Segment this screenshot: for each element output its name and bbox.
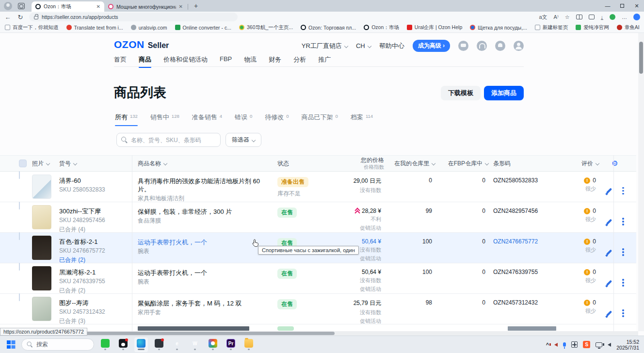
volume-icon[interactable] bbox=[608, 343, 611, 347]
help-center-link[interactable]: 帮助中心 bbox=[379, 42, 404, 50]
bookmark-item[interactable]: Ozon：市场 bbox=[364, 24, 399, 31]
bookmark-item[interactable]: Translate text from i... bbox=[66, 25, 123, 31]
url-text[interactable]: https://seller.ozon.ru/app/products bbox=[42, 14, 118, 20]
display-cast-icon[interactable] bbox=[596, 342, 602, 347]
bookmark-item[interactable]: Online converter - c... bbox=[175, 25, 231, 31]
row-checkbox[interactable] bbox=[19, 171, 20, 179]
taskbar-search[interactable]: 搜索 bbox=[21, 338, 94, 351]
taskbar-app-qq[interactable] bbox=[116, 337, 130, 352]
downloads-icon[interactable]: ↓ bbox=[601, 15, 604, 20]
filter-tab-errors[interactable]: 错误0 bbox=[235, 113, 252, 126]
table-row[interactable]: 图岁--寿涛SKU 2457312432已合并 (3) 聚氨酯涂层，家务手套，M… bbox=[0, 294, 636, 324]
input-method-icon[interactable] bbox=[571, 341, 578, 348]
col-photo[interactable]: 照片 bbox=[32, 160, 59, 168]
product-image[interactable] bbox=[32, 236, 51, 260]
notifications-bell-icon[interactable] bbox=[495, 41, 505, 51]
split-screen-icon[interactable] bbox=[576, 15, 582, 19]
taskbar-app-wps[interactable] bbox=[188, 337, 202, 352]
promo-note[interactable]: 促销活动 bbox=[340, 225, 381, 232]
filter-tab-unlisted[interactable]: 商品已下架0 bbox=[302, 113, 338, 126]
window-close-button[interactable]: ✕ bbox=[629, 3, 644, 9]
language-selector[interactable]: CH bbox=[356, 42, 371, 49]
promo-note[interactable]: 促销活动 bbox=[340, 286, 381, 293]
vertical-scrollbar-thumb[interactable] bbox=[639, 42, 643, 74]
taskbar-app-360[interactable] bbox=[152, 337, 166, 352]
edit-pencil-icon[interactable] bbox=[606, 219, 612, 226]
bookmark-item[interactable]: Ozon: Торговая пл... bbox=[301, 25, 356, 31]
vertical-scrollbar[interactable] bbox=[638, 33, 644, 331]
table-row[interactable]: 黑濑湾标-2-1SKU 2476339755已合并 (2) 运动手表带打火机，一… bbox=[0, 263, 636, 294]
taskbar-app-browser[interactable] bbox=[206, 337, 220, 352]
tab-close-icon[interactable]: ✕ bbox=[179, 4, 183, 9]
col-name[interactable]: 商品名称 bbox=[132, 160, 277, 168]
tray-expand-icon[interactable]: ^ bbox=[546, 342, 549, 348]
workspaces-icon[interactable] bbox=[18, 3, 25, 9]
product-image[interactable] bbox=[32, 266, 51, 290]
download-template-button[interactable]: 下载模板 bbox=[441, 86, 481, 100]
favorite-star-icon[interactable]: ☆ bbox=[565, 14, 570, 20]
select-all-checkbox[interactable] bbox=[19, 160, 27, 167]
search-input[interactable] bbox=[131, 137, 216, 144]
tab-ozon-market[interactable]: Ozon：市场 ✕ bbox=[32, 1, 104, 12]
chat-icon[interactable] bbox=[458, 41, 468, 51]
bookmark-item[interactable]: 章鱼AI bbox=[617, 24, 640, 31]
row-checkbox[interactable] bbox=[19, 232, 20, 240]
address-bar[interactable]: https://seller.ozon.ru/app/products bbox=[29, 13, 238, 21]
product-barcode-link[interactable]: OZN2476675772 bbox=[488, 233, 556, 264]
become-premium-button[interactable]: 成为高级 bbox=[413, 40, 450, 52]
taskbar-app-edge[interactable] bbox=[134, 337, 148, 352]
filter-tab-selling[interactable]: 销售中128 bbox=[150, 113, 179, 126]
table-settings-gear-icon[interactable]: ⚙ bbox=[612, 159, 618, 168]
extension-icon[interactable] bbox=[610, 14, 615, 20]
new-tab-button[interactable]: + bbox=[194, 2, 198, 10]
browser-profile-icon[interactable] bbox=[4, 2, 12, 10]
row-menu-icon[interactable] bbox=[622, 221, 624, 223]
bookmark-item[interactable]: uralsvip.com bbox=[131, 25, 167, 31]
start-button[interactable] bbox=[7, 340, 15, 349]
edit-pencil-icon[interactable] bbox=[606, 280, 612, 287]
bookmark-item[interactable]: 爱纯净官网 bbox=[576, 24, 609, 31]
taskbar-app-premiere[interactable] bbox=[224, 337, 238, 352]
col-rating[interactable]: 评价 bbox=[556, 160, 599, 168]
filters-button[interactable]: 筛选器 bbox=[225, 133, 261, 147]
bookmark-item[interactable]: 百度一下，你就知道 bbox=[5, 24, 59, 31]
row-checkbox[interactable] bbox=[19, 293, 20, 301]
product-name[interactable]: 聚氨酯涂层，家务手套，M 码，12 双 bbox=[138, 299, 277, 307]
read-aloud-icon[interactable]: A⁾ bbox=[554, 14, 559, 20]
add-product-button[interactable]: 添加商品 bbox=[484, 86, 524, 100]
promo-note[interactable]: 促销活动 bbox=[340, 318, 381, 325]
col-fbp-warehouse[interactable]: 在FBP仓库中 bbox=[435, 160, 488, 168]
taskbar-clock[interactable]: 15:52 2025/7/31 bbox=[616, 339, 639, 351]
promo-note[interactable]: 促销活动 bbox=[340, 255, 381, 262]
muted-speaker-icon[interactable] bbox=[554, 343, 558, 347]
sogou-icon[interactable] bbox=[583, 341, 590, 348]
tab-product-page[interactable]: Мощные многофункциональнь ✕ bbox=[104, 1, 187, 12]
product-price-link[interactable]: 50,64 ¥ bbox=[362, 238, 381, 245]
store-selector[interactable]: YR工厂直销店 bbox=[302, 42, 348, 50]
support-headset-icon[interactable] bbox=[477, 41, 487, 51]
taskbar-app-wechat[interactable] bbox=[98, 337, 112, 352]
product-name[interactable]: 具有消毒作用的强效多功能清洁地板片剂 60 片。 bbox=[138, 177, 277, 193]
row-checkbox[interactable] bbox=[19, 202, 20, 209]
account-icon[interactable] bbox=[514, 41, 524, 51]
product-name[interactable]: 保鲜膜，包装，非常经济，300 片 bbox=[138, 208, 277, 216]
col-my-warehouse[interactable]: 在我的仓库里 bbox=[384, 160, 435, 168]
filter-tab-archive[interactable]: 档案114 bbox=[351, 113, 373, 126]
product-image[interactable] bbox=[32, 205, 51, 229]
edit-pencil-icon[interactable] bbox=[606, 311, 612, 318]
col-article[interactable]: 货号 bbox=[59, 160, 132, 168]
translate-icon[interactable]: a文 bbox=[539, 14, 547, 21]
row-menu-icon[interactable] bbox=[622, 190, 624, 192]
row-menu-icon[interactable] bbox=[622, 251, 624, 253]
table-row[interactable]: 300zhi--宝下摩SKU 2482957456已合并 (4) 保鲜膜，包装，… bbox=[0, 202, 636, 233]
bookmark-item[interactable]: 新建标签页 bbox=[535, 24, 568, 31]
bookmark-item[interactable]: 360导航_一个主页... bbox=[239, 24, 293, 31]
window-maximize-button[interactable] bbox=[615, 3, 629, 9]
table-row[interactable]: 清界-60SKU 2580532833 具有消毒作用的强效多功能清洁地板片剂 6… bbox=[0, 172, 636, 202]
product-name[interactable]: 运动手表带打火机，一个 bbox=[138, 269, 277, 277]
product-image[interactable] bbox=[32, 175, 51, 199]
row-menu-icon[interactable] bbox=[622, 312, 624, 314]
edit-pencil-icon[interactable] bbox=[606, 250, 612, 257]
horizontal-scrollbar[interactable] bbox=[0, 331, 638, 336]
bookmark-item[interactable]: Щетка для посуды,... bbox=[470, 25, 527, 31]
